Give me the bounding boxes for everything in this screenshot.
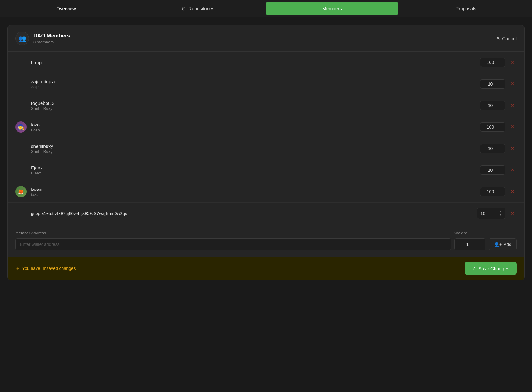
table-row: htrap ✕ <box>8 52 524 73</box>
member-username: faza <box>31 122 480 127</box>
add-member-section: Member Address Weight 👤+ Add <box>8 224 524 257</box>
repositories-icon: ⊙ <box>182 6 186 12</box>
members-label: Members <box>322 6 342 11</box>
nav-members[interactable]: Members <box>266 2 398 15</box>
member-info: faza Faza <box>31 122 480 132</box>
save-changes-button[interactable]: ✓ Save Changes <box>465 262 517 275</box>
remove-member-button[interactable]: ✕ <box>508 187 517 196</box>
member-controls: ✕ <box>480 101 517 110</box>
overview-label: Overview <box>56 6 76 11</box>
remove-icon: ✕ <box>510 102 515 109</box>
remove-member-button[interactable]: ✕ <box>508 101 517 110</box>
member-controls: 10 ▲ ▼ ✕ <box>477 208 517 219</box>
member-controls: ✕ <box>480 122 517 132</box>
member-info: Ejaaz Ejaaz <box>31 165 480 175</box>
member-display-name: Snehil Buxy <box>31 149 480 154</box>
weight-input[interactable] <box>480 79 505 89</box>
table-row: gitopia1etutrzfx97gj86w4fjjs959z97wxjjku… <box>8 203 524 224</box>
weight-input[interactable] <box>480 187 505 196</box>
member-display-name: Zaje <box>31 85 480 89</box>
table-row: zaje-gitopia Zaje ✕ <box>8 73 524 95</box>
dao-subtitle: 8 members <box>33 40 70 44</box>
member-info: gitopia1etutrzfx97gj86w4fjjs959z97wxjjku… <box>31 211 477 216</box>
nav-repositories[interactable]: ⊙ Repositories <box>132 0 264 17</box>
remove-member-button[interactable]: ✕ <box>508 58 517 67</box>
remove-member-button[interactable]: ✕ <box>508 165 517 175</box>
member-username: Ejaaz <box>31 165 480 170</box>
weight-input[interactable] <box>480 58 505 67</box>
table-row: snehilbuxy Snehil Buxy ✕ <box>8 138 524 159</box>
remove-icon: ✕ <box>510 81 515 87</box>
member-list: htrap ✕ zaje-gitopia Zaje <box>8 52 524 224</box>
member-display-name: Snehil Buxy <box>31 106 480 111</box>
top-navigation: Overview ⊙ Repositories Members Proposal… <box>0 0 532 17</box>
card-footer: ⚠ You have unsaved changes ✓ Save Change… <box>8 257 524 280</box>
remove-icon: ✕ <box>510 210 515 217</box>
unsaved-warning: ⚠ You have unsaved changes <box>15 266 76 272</box>
dao-title: DAO Members <box>33 33 70 39</box>
avatar: 🧙 <box>15 121 27 133</box>
nav-overview[interactable]: Overview <box>0 0 132 17</box>
warning-icon: ⚠ <box>15 266 20 272</box>
save-label: Save Changes <box>479 266 509 271</box>
member-display-name: faza <box>31 192 480 197</box>
remove-member-button[interactable]: ✕ <box>508 209 517 218</box>
remove-icon: ✕ <box>510 59 515 66</box>
unsaved-warning-text: You have unsaved changes <box>22 266 76 271</box>
remove-member-button[interactable]: ✕ <box>508 79 517 89</box>
members-card: 👥 DAO Members 8 members ✕ Cancel htrap <box>7 25 525 280</box>
member-info: fazam faza <box>31 187 480 197</box>
card-header-left: 👥 DAO Members 8 members <box>15 32 70 45</box>
add-user-icon: 👤+ <box>494 242 502 247</box>
member-controls: ✕ <box>480 144 517 153</box>
add-button-label: Add <box>504 242 511 247</box>
avatar: 🦊 <box>15 186 27 197</box>
table-row: 🧙 faza Faza ✕ <box>8 116 524 138</box>
fazam-avatar-emoji: 🦊 <box>18 189 24 195</box>
repositories-label: Repositories <box>188 6 214 11</box>
checkmark-icon: ✓ <box>472 266 476 271</box>
member-controls: ✕ <box>480 165 517 175</box>
add-member-inputs: 👤+ Add <box>15 238 517 250</box>
spinner-down-button[interactable]: ▼ <box>498 213 502 217</box>
member-username: zaje-gitopia <box>31 79 480 84</box>
weight-input[interactable] <box>480 101 505 110</box>
remove-icon: ✕ <box>510 188 515 195</box>
member-username: gitopia1etutrzfx97gj86w4fjjs959z97wxjjku… <box>31 211 477 216</box>
member-info: roguebot13 Snehil Buxy <box>31 100 480 111</box>
add-member-button[interactable]: 👤+ Add <box>489 238 517 250</box>
remove-icon: ✕ <box>510 124 515 130</box>
remove-icon: ✕ <box>510 167 515 174</box>
member-info: zaje-gitopia Zaje <box>31 79 480 89</box>
table-row: Ejaaz Ejaaz ✕ <box>8 159 524 181</box>
table-row: 🦊 fazam faza ✕ <box>8 181 524 203</box>
faza-avatar-emoji: 🧙 <box>17 123 25 131</box>
dao-members-icon: 👥 <box>15 32 29 45</box>
table-row: roguebot13 Snehil Buxy ✕ <box>8 95 524 116</box>
main-content: 👥 DAO Members 8 members ✕ Cancel htrap <box>0 17 532 288</box>
member-display-name: Ejaaz <box>31 171 480 175</box>
nav-proposals[interactable]: Proposals <box>400 0 532 17</box>
weight-value-input[interactable] <box>454 238 485 250</box>
remove-member-button[interactable]: ✕ <box>508 122 517 132</box>
member-info: snehilbuxy Snehil Buxy <box>31 144 480 154</box>
spinner-up-button[interactable]: ▲ <box>498 210 502 213</box>
spinner-value: 10 <box>480 211 485 216</box>
address-label: Member Address <box>15 231 454 235</box>
remove-member-button[interactable]: ✕ <box>508 144 517 153</box>
cancel-label: Cancel <box>502 36 517 41</box>
member-controls: ✕ <box>480 187 517 196</box>
weight-input[interactable] <box>480 122 505 132</box>
member-username: roguebot13 <box>31 100 480 106</box>
member-address-input[interactable] <box>15 238 451 250</box>
dao-info: DAO Members 8 members <box>33 33 70 44</box>
cancel-button[interactable]: ✕ Cancel <box>496 36 517 41</box>
spinner-arrows: ▲ ▼ <box>498 210 504 217</box>
cancel-x-icon: ✕ <box>496 36 500 41</box>
card-header: 👥 DAO Members 8 members ✕ Cancel <box>8 25 524 52</box>
proposals-label: Proposals <box>456 6 476 11</box>
weight-input[interactable] <box>480 144 505 153</box>
member-username: fazam <box>31 187 480 192</box>
weight-input[interactable] <box>480 165 505 175</box>
member-controls: ✕ <box>480 79 517 89</box>
